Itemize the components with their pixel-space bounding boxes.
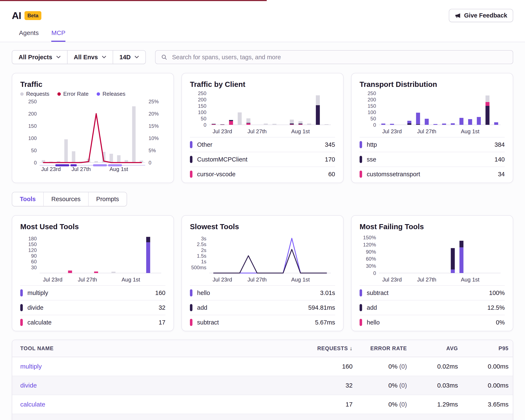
legend-item-releases: Releases xyxy=(97,91,125,97)
most-used-tools-chart: 306090120150180Jul 23rdJul 27thAug 1st xyxy=(20,233,165,283)
column-error-rate[interactable]: ERROR RATE xyxy=(353,340,407,357)
svg-text:100: 100 xyxy=(198,110,206,115)
list-item: hello 3.01s xyxy=(190,285,335,300)
project-filter-dropdown[interactable]: All Projects xyxy=(12,51,67,64)
tool-link[interactable]: calculate xyxy=(20,401,45,408)
most-used-list: multiply 160 divide 32 calculate 17 xyxy=(20,285,165,329)
column-tool-name[interactable]: TOOL NAME xyxy=(12,340,286,357)
chevron-down-icon xyxy=(134,56,139,59)
list-item: subtract 5.67ms xyxy=(190,315,335,329)
svg-text:Jul 23rd: Jul 23rd xyxy=(43,276,63,283)
cell-error-rate: 0%(0) xyxy=(353,395,407,414)
item-label: hello xyxy=(197,290,210,296)
cell-requests: 17 xyxy=(286,395,353,414)
table-row: multiply 160 0%(0) 0.02ms 0.00ms xyxy=(12,357,513,376)
series-color-chip xyxy=(190,319,192,326)
item-label: sse xyxy=(367,156,376,163)
svg-text:Aug 1st: Aug 1st xyxy=(291,128,310,135)
svg-text:15%: 15% xyxy=(149,123,159,129)
traffic-cards-row: Traffic Requests Error Rate Releases 050… xyxy=(12,73,513,183)
cell-avg: 0.02ms xyxy=(407,357,458,376)
table-row: divide 32 0%(0) 0.03ms 0.00ms xyxy=(12,376,513,395)
item-label: add xyxy=(197,304,207,311)
list-item: calculate 17 xyxy=(20,315,165,329)
sort-descending-icon: ↓ xyxy=(350,345,353,351)
error-count-link[interactable]: (0) xyxy=(399,382,407,389)
svg-text:Jul 27th: Jul 27th xyxy=(247,276,267,283)
svg-text:100: 100 xyxy=(368,110,376,115)
date-range-dropdown[interactable]: 14D xyxy=(113,51,145,64)
svg-text:200: 200 xyxy=(28,111,37,117)
item-value: 140 xyxy=(495,156,505,163)
tool-link[interactable]: divide xyxy=(20,382,37,389)
slowest-list: hello 3.01s add 594.81ms subtract 5.67ms xyxy=(190,285,335,329)
item-label: divide xyxy=(28,304,44,311)
slowest-tools-chart: 500ms1s1.5s2s2.5s3sJul 23rdJul 27thAug 1… xyxy=(190,233,335,283)
item-value: 100% xyxy=(489,290,505,296)
svg-text:2.5s: 2.5s xyxy=(197,241,206,247)
item-value: 34 xyxy=(498,171,505,178)
svg-text:2s: 2s xyxy=(201,247,206,253)
column-p95[interactable]: P95 xyxy=(458,340,513,357)
svg-text:Jul 23rd: Jul 23rd xyxy=(41,166,61,172)
svg-text:1s: 1s xyxy=(201,259,206,265)
legend-label: Releases xyxy=(103,91,125,97)
series-color-chip xyxy=(20,289,23,296)
item-value: 0% xyxy=(496,319,505,326)
column-avg[interactable]: AVG xyxy=(407,340,458,357)
error-count-link[interactable]: (0) xyxy=(399,401,407,408)
item-label: http xyxy=(367,141,377,148)
traffic-by-client-title: Traffic by Client xyxy=(190,80,335,89)
tool-cards-row: Most Used Tools 306090120150180Jul 23rdJ… xyxy=(12,215,513,331)
svg-text:120%: 120% xyxy=(363,242,376,247)
tab-mcp[interactable]: MCP xyxy=(51,29,66,42)
cell-avg: 0.03ms xyxy=(407,376,458,395)
error-rate-dot-icon xyxy=(57,92,61,96)
most-failing-list: subtract 100% add 12.5% hello 0% xyxy=(360,285,505,329)
svg-text:Jul 23rd: Jul 23rd xyxy=(213,276,232,283)
slowest-tools-card: Slowest Tools 500ms1s1.5s2s2.5s3sJul 23r… xyxy=(181,215,344,331)
svg-text:180: 180 xyxy=(28,236,37,241)
svg-text:0: 0 xyxy=(149,160,151,165)
most-used-tools-title: Most Used Tools xyxy=(20,222,165,231)
tab-tools[interactable]: Tools xyxy=(12,192,44,206)
tab-agents[interactable]: Agents xyxy=(19,29,39,42)
cell-requests: 32 xyxy=(286,376,353,395)
tools-table-card: TOOL NAME REQUESTS ↓ ERROR RATE AVG P95 … xyxy=(12,340,513,420)
error-count-link[interactable]: (0) xyxy=(399,363,407,370)
top-loading-bar xyxy=(0,0,267,1)
cell-p95: 3.65ms xyxy=(458,395,513,414)
search-input[interactable] xyxy=(172,54,507,61)
svg-text:Jul 27th: Jul 27th xyxy=(417,128,436,135)
env-filter-dropdown[interactable]: All Envs xyxy=(67,51,113,64)
svg-text:500ms: 500ms xyxy=(191,265,206,270)
series-color-chip xyxy=(190,304,192,311)
cell-error-rate: 0%(0) xyxy=(353,357,407,376)
filter-button-group: All Projects All Envs 14D xyxy=(12,50,146,64)
column-requests[interactable]: REQUESTS ↓ xyxy=(286,340,353,357)
item-label: calculate xyxy=(28,319,51,326)
list-item: add 12.5% xyxy=(360,300,505,315)
tab-resources[interactable]: Resources xyxy=(44,192,89,206)
series-color-chip xyxy=(360,156,362,163)
svg-text:20%: 20% xyxy=(149,111,159,117)
item-value: 3.01s xyxy=(320,290,335,296)
item-value: 17 xyxy=(159,319,165,326)
list-item: subtract 100% xyxy=(360,285,505,300)
env-filter-label: All Envs xyxy=(74,54,98,61)
give-feedback-button[interactable]: Give Feedback xyxy=(449,9,513,22)
tab-prompts[interactable]: Prompts xyxy=(89,192,127,206)
legend-label: Error Rate xyxy=(63,91,89,97)
table-row: calculate 17 0%(0) 1.29ms 3.65ms xyxy=(12,395,513,414)
svg-text:1.5s: 1.5s xyxy=(197,253,206,259)
tool-link[interactable]: multiply xyxy=(20,363,42,370)
svg-text:60%: 60% xyxy=(366,256,376,262)
svg-text:120: 120 xyxy=(28,247,37,253)
item-label: customssetransport xyxy=(367,171,420,178)
cell-p95: 3.16s xyxy=(458,414,513,420)
series-color-chip xyxy=(20,319,23,326)
cell-requests: 160 xyxy=(286,357,353,376)
item-value: 160 xyxy=(155,290,165,296)
list-item: divide 32 xyxy=(20,300,165,315)
releases-dot-icon xyxy=(97,92,100,96)
